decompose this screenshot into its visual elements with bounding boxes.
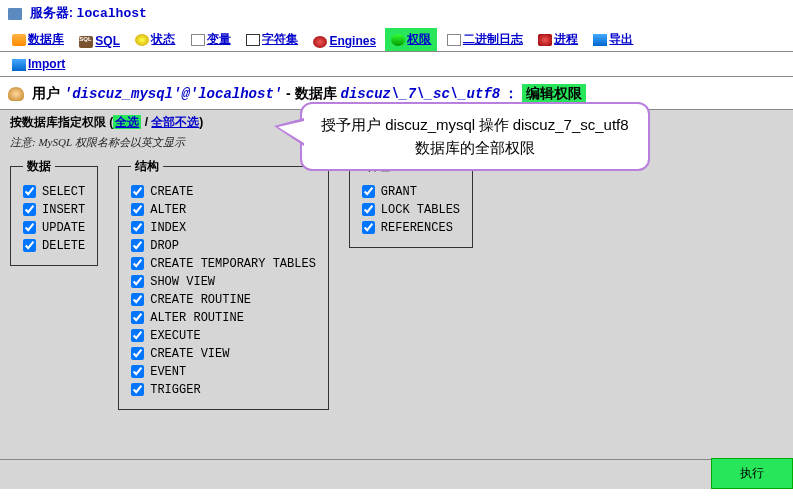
tab-sql[interactable]: SQL [73, 31, 126, 51]
status-icon [135, 34, 149, 46]
server-icon [8, 8, 22, 20]
priv-checkbox-drop[interactable] [131, 239, 144, 252]
server-label: 服务器: [30, 5, 77, 20]
engines-icon [313, 36, 327, 48]
database-label: 数据库 [295, 85, 337, 101]
priv-label: EVENT [150, 365, 186, 379]
priv-references[interactable]: REFERENCES [362, 219, 460, 237]
variables-icon [191, 34, 205, 46]
tab-processes[interactable]: 进程 [532, 28, 584, 51]
priv-label: EXECUTE [150, 329, 200, 343]
privileges-panel: 按数据库指定权限 (全选 / 全部不选) 注意: MySQL 权限名称会以英文显… [0, 109, 793, 489]
priv-insert[interactable]: INSERT [23, 201, 85, 219]
tab-charsets[interactable]: 字符集 [240, 28, 304, 51]
edit-privileges-label: 编辑权限 [522, 84, 586, 102]
priv-alter-routine[interactable]: ALTER ROUTINE [131, 309, 316, 327]
tab-engines[interactable]: Engines [307, 31, 382, 51]
processes-icon [538, 34, 552, 46]
priv-show-view[interactable]: SHOW VIEW [131, 273, 316, 291]
priv-label: DELETE [42, 239, 85, 253]
priv-create[interactable]: CREATE [131, 183, 316, 201]
annotation-callout: 授予用户 discuz_mysql 操作 discuz_7_sc_utf8 数据… [300, 102, 650, 171]
server-header: 服务器: localhost [0, 0, 793, 26]
priv-checkbox-lock-tables[interactable] [362, 203, 375, 216]
priv-checkbox-select[interactable] [23, 185, 36, 198]
tab-databases[interactable]: 数据库 [6, 28, 70, 51]
user-identifier: 'discuz_mysql'@'localhost' [64, 86, 282, 102]
priv-label: REFERENCES [381, 221, 453, 235]
priv-label: GRANT [381, 185, 417, 199]
tab-privileges[interactable]: 权限 [385, 28, 437, 51]
priv-checkbox-event[interactable] [131, 365, 144, 378]
tab-variables[interactable]: 变量 [185, 28, 237, 51]
privilege-groups: 数据 SELECTINSERTUPDATEDELETE 结构 CREATEALT… [10, 158, 783, 410]
priv-lock-tables[interactable]: LOCK TABLES [362, 201, 460, 219]
priv-create-routine[interactable]: CREATE ROUTINE [131, 291, 316, 309]
binlog-icon [447, 34, 461, 46]
priv-label: SELECT [42, 185, 85, 199]
database-icon [12, 34, 26, 46]
group-structure-legend: 结构 [131, 158, 163, 175]
server-host: localhost [77, 6, 147, 21]
group-structure: 结构 CREATEALTERINDEXDROPCREATE TEMPORARY … [118, 158, 329, 410]
priv-label: UPDATE [42, 221, 85, 235]
database-name: discuz\_7\_sc\_utf8 [341, 86, 501, 102]
priv-checkbox-alter-routine[interactable] [131, 311, 144, 324]
priv-checkbox-create-routine[interactable] [131, 293, 144, 306]
priv-checkbox-index[interactable] [131, 221, 144, 234]
group-data: 数据 SELECTINSERTUPDATEDELETE [10, 158, 98, 266]
user-icon [8, 87, 24, 101]
execute-button[interactable]: 执行 [711, 458, 793, 489]
priv-label: INSERT [42, 203, 85, 217]
select-all-link[interactable]: 全选 [113, 115, 141, 129]
priv-alter[interactable]: ALTER [131, 201, 316, 219]
priv-grant[interactable]: GRANT [362, 183, 460, 201]
priv-label: CREATE ROUTINE [150, 293, 251, 307]
user-label: 用户 [32, 85, 60, 101]
tab-bar: 数据库 SQL 状态 变量 字符集 Engines 权限 二进制日志 进程 导出 [0, 26, 793, 52]
import-icon [12, 59, 26, 71]
unselect-all-link[interactable]: 全部不选 [151, 115, 199, 129]
priv-checkbox-create-view[interactable] [131, 347, 144, 360]
priv-checkbox-alter[interactable] [131, 203, 144, 216]
tab-status[interactable]: 状态 [129, 28, 181, 51]
priv-checkbox-execute[interactable] [131, 329, 144, 342]
priv-create-view[interactable]: CREATE VIEW [131, 345, 316, 363]
group-data-legend: 数据 [23, 158, 55, 175]
tab-export[interactable]: 导出 [587, 28, 639, 51]
priv-label: ALTER ROUTINE [150, 311, 244, 325]
priv-checkbox-insert[interactable] [23, 203, 36, 216]
priv-checkbox-delete[interactable] [23, 239, 36, 252]
priv-label: TRIGGER [150, 383, 200, 397]
priv-execute[interactable]: EXECUTE [131, 327, 316, 345]
priv-drop[interactable]: DROP [131, 237, 316, 255]
priv-label: ALTER [150, 203, 186, 217]
priv-index[interactable]: INDEX [131, 219, 316, 237]
priv-checkbox-create-temporary-tables[interactable] [131, 257, 144, 270]
priv-create-temporary-tables[interactable]: CREATE TEMPORARY TABLES [131, 255, 316, 273]
priv-update[interactable]: UPDATE [23, 219, 85, 237]
priv-label: DROP [150, 239, 179, 253]
priv-trigger[interactable]: TRIGGER [131, 381, 316, 399]
priv-label: LOCK TABLES [381, 203, 460, 217]
priv-label: INDEX [150, 221, 186, 235]
tab-binlog[interactable]: 二进制日志 [441, 28, 529, 51]
priv-label: CREATE TEMPORARY TABLES [150, 257, 316, 271]
priv-checkbox-references[interactable] [362, 221, 375, 234]
priv-label: CREATE VIEW [150, 347, 229, 361]
sql-icon [79, 36, 93, 48]
privileges-icon [391, 34, 405, 46]
priv-checkbox-create[interactable] [131, 185, 144, 198]
priv-checkbox-grant[interactable] [362, 185, 375, 198]
priv-event[interactable]: EVENT [131, 363, 316, 381]
export-icon [593, 34, 607, 46]
tab-bar-row2: Import [0, 52, 793, 77]
priv-checkbox-update[interactable] [23, 221, 36, 234]
priv-checkbox-trigger[interactable] [131, 383, 144, 396]
callout-tail [274, 118, 304, 146]
execute-bar: 执行 [0, 459, 793, 489]
priv-checkbox-show-view[interactable] [131, 275, 144, 288]
priv-delete[interactable]: DELETE [23, 237, 85, 255]
priv-select[interactable]: SELECT [23, 183, 85, 201]
tab-import[interactable]: Import [6, 54, 71, 74]
